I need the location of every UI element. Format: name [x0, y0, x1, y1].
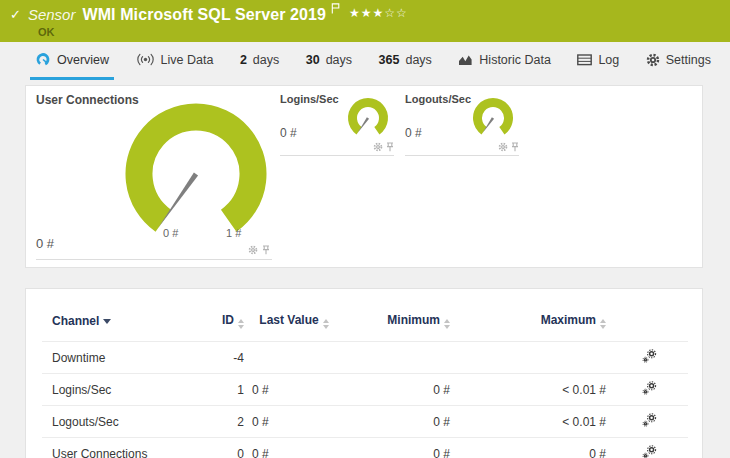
primary-gauge-block: User Connections 0 # 1 # 0 #: [36, 93, 272, 260]
tab-log[interactable]: Log: [572, 42, 624, 80]
priority-stars[interactable]: ★★★☆☆: [349, 3, 408, 23]
table-header-row: Channel ID Last Value Minimum Maximum: [42, 297, 688, 342]
channel-settings-icon[interactable]: [642, 445, 657, 458]
channel-settings-icon[interactable]: [642, 349, 657, 366]
channel-name[interactable]: Downtime: [42, 342, 200, 374]
logins-gauge-actions: [373, 142, 394, 152]
table-row: User Connections 0 0 # 0 # 0 #: [42, 438, 688, 458]
tab-365-days-number: 365: [379, 53, 400, 67]
channel-last-value: [248, 342, 340, 374]
sort-icon: [444, 319, 450, 329]
tab-log-label: Log: [598, 53, 619, 67]
channel-name[interactable]: Logouts/Sec: [42, 406, 200, 438]
sort-icon: [600, 319, 606, 329]
logins-gauge[interactable]: [344, 95, 392, 143]
tab-historic-data[interactable]: Historic Data: [453, 42, 556, 80]
channel-minimum: [340, 342, 454, 374]
flag-icon[interactable]: [331, 0, 340, 19]
stars-empty: ☆☆: [384, 6, 408, 20]
sensor-status-badge: OK: [38, 26, 720, 38]
logouts-gauge[interactable]: [469, 95, 517, 143]
table-row: Downtime -4: [42, 342, 688, 374]
area-chart-icon: [458, 53, 473, 66]
prtg-sensor-page: ✓ Sensor WMI Microsoft SQL Server 2019 ★…: [0, 0, 730, 458]
channel-settings-icon[interactable]: [642, 381, 657, 398]
tab-settings-label: Settings: [666, 53, 711, 67]
channel-id: 0: [200, 438, 248, 458]
channel-id: 1: [200, 374, 248, 406]
tab-live-data-label: Live Data: [161, 53, 214, 67]
channel-maximum: [454, 342, 610, 374]
channel-minimum: 0 #: [340, 406, 454, 438]
gauge-icon: [35, 52, 51, 67]
tab-2-days[interactable]: 2 days: [235, 42, 284, 80]
sort-icon: [323, 319, 329, 329]
gauge-scale-max: 1 #: [226, 227, 241, 239]
logins-gauge-block: Logins/Sec 0 #: [280, 93, 394, 156]
channel-minimum: 0 #: [340, 374, 454, 406]
tab-30-days-number: 30: [306, 53, 320, 67]
tab-30-days[interactable]: 30 days: [301, 42, 357, 80]
tab-overview-label: Overview: [57, 53, 109, 67]
gear-icon[interactable]: [373, 142, 383, 152]
gear-icon: [646, 53, 660, 67]
tab-2-days-number: 2: [240, 53, 247, 67]
column-header-actions: [610, 297, 688, 342]
sensor-header: ✓ Sensor WMI Microsoft SQL Server 2019 ★…: [0, 0, 730, 42]
logouts-gauge-block: Logouts/Sec 0 #: [405, 93, 519, 156]
primary-gauge-actions: [248, 245, 270, 255]
channel-maximum: 0 #: [454, 438, 610, 458]
pin-icon[interactable]: [262, 245, 270, 255]
channel-maximum: < 0.01 #: [454, 374, 610, 406]
tab-365-days-label: days: [405, 53, 431, 67]
tab-bar: Overview Live Data 2 days 30 days 365 da…: [0, 42, 730, 80]
primary-gauge[interactable]: [118, 96, 274, 252]
channel-settings-icon[interactable]: [642, 413, 657, 430]
table-row: Logouts/Sec 2 0 # 0 # < 0.01 #: [42, 406, 688, 438]
sensor-kind-label: Sensor: [28, 5, 76, 25]
tab-365-days[interactable]: 365 days: [374, 42, 437, 80]
pin-icon[interactable]: [511, 142, 519, 152]
channels-table: Channel ID Last Value Minimum Maximum Do…: [42, 297, 688, 458]
channel-name[interactable]: User Connections: [42, 438, 200, 458]
pin-icon[interactable]: [386, 142, 394, 152]
gear-icon[interactable]: [248, 245, 258, 255]
tab-2-days-label: days: [253, 53, 279, 67]
channel-id: 2: [200, 406, 248, 438]
gauge-needle: [158, 173, 198, 229]
ok-check-icon: ✓: [10, 5, 21, 25]
channel-last-value: 0 #: [248, 374, 340, 406]
column-header-minimum[interactable]: Minimum: [340, 297, 454, 342]
sort-icon: [238, 319, 244, 329]
column-header-channel[interactable]: Channel: [42, 297, 200, 342]
logins-gauge-value: 0 #: [280, 126, 297, 140]
tab-30-days-label: days: [326, 53, 352, 67]
channel-minimum: 0 #: [340, 438, 454, 458]
column-header-last-value[interactable]: Last Value: [248, 297, 340, 342]
logouts-gauge-value: 0 #: [405, 126, 422, 140]
logouts-gauge-actions: [498, 142, 519, 152]
gauges-panel: User Connections 0 # 1 # 0 # Logins/Sec …: [25, 85, 703, 268]
column-header-maximum[interactable]: Maximum: [454, 297, 610, 342]
channel-id: -4: [200, 342, 248, 374]
tab-settings[interactable]: Settings: [641, 42, 716, 80]
tab-overview[interactable]: Overview: [30, 42, 114, 80]
primary-gauge-value: 0 #: [36, 236, 54, 251]
tab-live-data[interactable]: Live Data: [131, 42, 219, 80]
channel-last-value: 0 #: [248, 406, 340, 438]
sort-desc-icon: [103, 313, 111, 327]
gauge-scale-min: 0 #: [163, 227, 178, 239]
channel-name[interactable]: Logins/Sec: [42, 374, 200, 406]
sensor-title: WMI Microsoft SQL Server 2019: [82, 5, 326, 25]
channel-last-value: 0 #: [248, 438, 340, 458]
tab-historic-data-label: Historic Data: [479, 53, 551, 67]
table-row: Logins/Sec 1 0 # 0 # < 0.01 #: [42, 374, 688, 406]
broadcast-icon: [136, 53, 155, 66]
stars-filled: ★★★: [349, 6, 384, 20]
gear-icon[interactable]: [498, 142, 508, 152]
column-header-id[interactable]: ID: [200, 297, 248, 342]
log-list-icon: [577, 54, 592, 66]
channel-maximum: < 0.01 #: [454, 406, 610, 438]
channels-panel: Channel ID Last Value Minimum Maximum Do…: [25, 288, 703, 458]
sensor-title-row: ✓ Sensor WMI Microsoft SQL Server 2019 ★…: [10, 5, 720, 26]
